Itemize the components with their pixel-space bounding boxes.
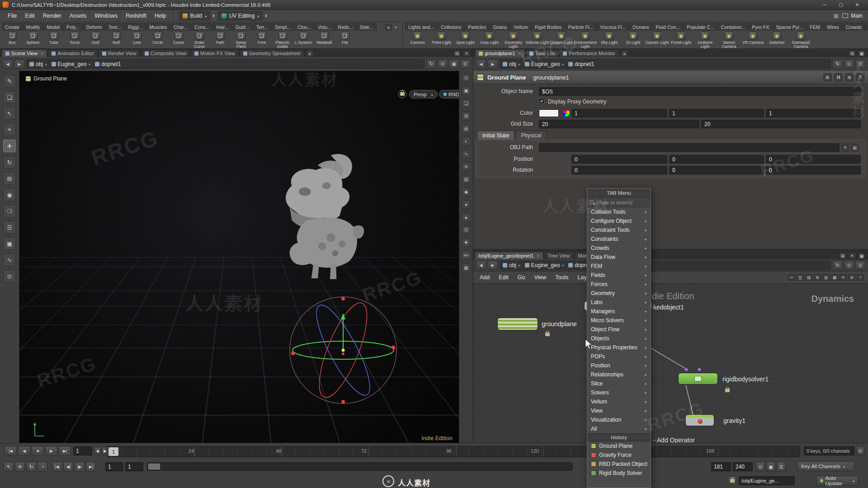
shelf-tab[interactable]: Model [43, 23, 63, 31]
grid-snap-icon[interactable]: ⊞ [462, 112, 471, 120]
maximize-button[interactable] [833, 1, 849, 9]
frame-view-icon[interactable]: ❏ [462, 99, 471, 108]
half-shade-icon[interactable]: ◐ [462, 137, 471, 145]
gear-icon[interactable] [823, 73, 832, 81]
shelf-tool[interactable]: Portal Light [669, 31, 693, 49]
realtime-toggle-icon[interactable] [38, 462, 47, 472]
houdini-badge-icon[interactable] [834, 73, 843, 81]
translate-tool-icon[interactable]: ✛ [3, 140, 16, 152]
menu-item[interactable]: Redshift [122, 11, 151, 21]
tab-menu-item[interactable]: Visualization [587, 415, 651, 424]
tab-menu-item[interactable]: Collision Tools [587, 207, 651, 216]
menu-item[interactable]: Go [513, 272, 530, 282]
shelf-tab[interactable]: Reds... [335, 23, 356, 31]
edit-tool-icon[interactable]: ❏ [3, 91, 16, 103]
rotate-tool-icon[interactable]: ↻ [3, 156, 16, 169]
breadcrumb[interactable]: obj Eugine_geo dopnet1 [500, 261, 831, 270]
shelf-tab[interactable]: Oceans [629, 23, 652, 31]
camera-lock-icon[interactable] [398, 90, 406, 98]
add-pane-tab-button[interactable] [621, 50, 628, 57]
object-name-field[interactable]: $OS [539, 87, 861, 96]
shelf-tab[interactable]: Muscles [146, 23, 170, 31]
shelf-tab[interactable]: Hair... [213, 23, 231, 31]
tab-menu-item[interactable]: Micro Solvers [587, 316, 651, 325]
node-groundplane[interactable] [497, 318, 538, 330]
tab-menu-item[interactable]: Vellum [587, 397, 651, 406]
tab-menu-item[interactable]: Geometry [587, 289, 651, 298]
pointer-mode-icon[interactable] [4, 462, 14, 472]
breadcrumb-item[interactable]: obj [503, 61, 516, 67]
tab-menu-item-all[interactable]: All [587, 424, 651, 433]
shelf-tab[interactable]: Crowds [843, 23, 865, 31]
menu-item[interactable]: File [4, 11, 21, 21]
shelf-tab[interactable]: Create [2, 23, 23, 31]
tab-menu-item[interactable]: Configure Object [587, 216, 651, 225]
shelf-tool[interactable]: Platonic Solids [272, 31, 293, 49]
shelf-tab[interactable]: Char... [170, 23, 191, 31]
shelf-tab[interactable]: Terr... [253, 23, 271, 31]
shelf-tool[interactable]: Null [106, 31, 127, 49]
scoped-channels-icon[interactable] [766, 462, 775, 472]
tab-menu-item[interactable]: Fields [587, 271, 651, 280]
help-icon[interactable] [856, 73, 864, 81]
breadcrumb-item[interactable]: obj [29, 61, 43, 67]
brush-tool-icon[interactable]: ✎ [3, 75, 16, 87]
tab-menu-item[interactable]: POPs [587, 352, 651, 361]
tab-initial-state[interactable]: Initial State [477, 131, 514, 140]
shelf-tool[interactable]: File [335, 31, 355, 49]
pane-tab[interactable]: Take List [526, 49, 558, 57]
menu-icon[interactable] [855, 60, 865, 69]
range-start-field[interactable]: 1 [125, 462, 143, 471]
shelf-tab[interactable]: Container... [718, 23, 749, 31]
refresh-icon[interactable] [833, 261, 843, 270]
tab-physical[interactable]: Physical [515, 131, 547, 140]
forward-button[interactable] [488, 60, 498, 69]
tab-menu-item[interactable]: Relationships [587, 370, 651, 379]
shelf-tab[interactable]: Wires [824, 23, 842, 31]
shelf-tool[interactable]: Spray Paint [231, 31, 251, 49]
pane-tab[interactable]: Render View [99, 49, 140, 57]
menu-item[interactable]: Tools [551, 272, 573, 282]
loop-mode-icon[interactable] [26, 462, 36, 472]
tab-menu-item[interactable]: Slice [587, 379, 651, 388]
forward-button[interactable] [14, 60, 24, 69]
transform-manipulator[interactable] [266, 282, 420, 427]
tab-menu-search-input[interactable] [597, 200, 648, 205]
desktop-spinner[interactable] [212, 14, 215, 18]
shelf-tab[interactable]: Grains [490, 23, 510, 31]
frame-dec-button[interactable] [94, 447, 101, 455]
shelf-tab[interactable]: Clou... [294, 23, 314, 31]
close-button[interactable] [849, 1, 865, 9]
shelf-tool[interactable]: Ambient Light [693, 31, 717, 49]
scale-tool-icon[interactable]: ⊞ [3, 172, 16, 185]
key-icon[interactable] [856, 446, 864, 455]
frame-ruler[interactable]: 1 24487296120144168 [107, 446, 800, 457]
pane-tab[interactable]: Geometry Spreadsheet [240, 49, 304, 57]
pane-tab[interactable]: Animation Editor [48, 49, 98, 57]
rows-icon[interactable]: ▥ [822, 274, 830, 281]
snap-tool-icon[interactable]: ⌖ [3, 123, 16, 136]
shelf-tab[interactable]: FEM [807, 23, 823, 31]
pivot-tool-icon[interactable]: ◉ [3, 188, 16, 201]
wave-display-icon[interactable]: ∿ [462, 150, 471, 158]
desktop-grid-icon[interactable] [834, 13, 839, 19]
position-value-field[interactable]: 0 [766, 155, 861, 164]
waves-icon[interactable]: ≋ [840, 274, 847, 281]
tab-menu-item[interactable]: Physical Properties [587, 343, 651, 352]
shelf-tool[interactable]: Switcher [765, 31, 789, 49]
back-button[interactable] [3, 60, 13, 69]
menu-item[interactable]: Edit [494, 272, 513, 282]
pane-tab[interactable]: Motion FX View [191, 49, 239, 57]
list-icon[interactable] [797, 274, 804, 281]
view-options-icon[interactable]: ⊙ [462, 74, 471, 82]
shelf-tool[interactable]: Caustic Light [645, 31, 669, 49]
playback-range-slider[interactable] [147, 462, 573, 471]
position-value-field[interactable]: 0 [571, 155, 667, 164]
desktop-build-dropdown[interactable]: Build [179, 11, 211, 20]
input-connector[interactable] [698, 368, 701, 371]
help-icon[interactable]: ? [857, 274, 864, 281]
operator-path-field[interactable]: /obj/Eugine_ge... [739, 476, 795, 485]
shelf-tool[interactable]: Curve [168, 31, 189, 49]
minimize-button[interactable] [816, 1, 833, 9]
shelf-tab[interactable]: Riggi... [125, 23, 146, 31]
